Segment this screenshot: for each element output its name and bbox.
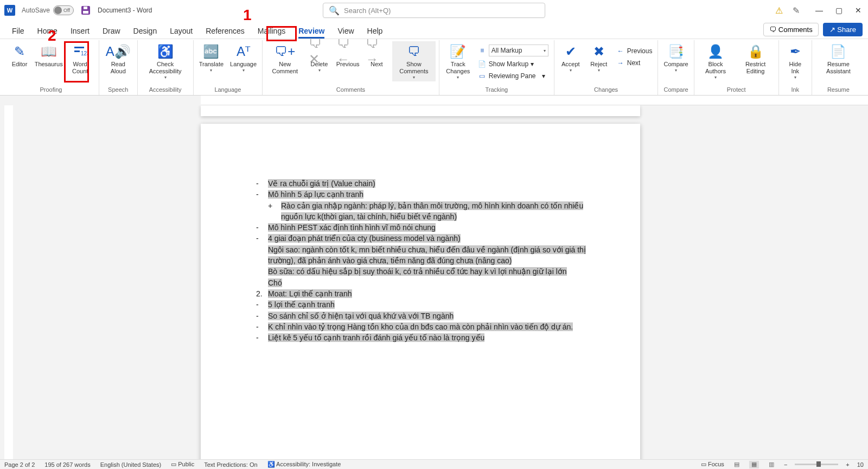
reviewing-pane-button[interactable]: ▭Reviewing Pane ▾ bbox=[476, 71, 551, 81]
previous-page-edge bbox=[201, 105, 640, 116]
zoom-out-button[interactable]: − bbox=[784, 461, 787, 468]
showmarkup-icon: 📄 bbox=[478, 60, 487, 68]
doc-line[interactable]: +Rào cản gia nhập ngành: pháp lý, bản th… bbox=[255, 200, 586, 223]
new-comment-button[interactable]: 🗨+New Comment bbox=[266, 41, 304, 76]
print-layout-button[interactable]: ▦ bbox=[749, 461, 759, 468]
group-compare: 📑Compare▾ Compare bbox=[658, 40, 694, 95]
prev-comment-icon: 🗨← bbox=[337, 42, 359, 61]
next-comment-icon: 🗨→ bbox=[366, 42, 388, 61]
restrict-editing-button[interactable]: 🔒Restrict Editing bbox=[736, 41, 775, 76]
svg-rect-4 bbox=[74, 50, 80, 52]
accept-button[interactable]: ✔Accept▾ bbox=[558, 41, 584, 74]
status-accessibility[interactable]: ♿ Accessibility: Investigate bbox=[267, 461, 341, 468]
editor-button[interactable]: ✎Editor bbox=[7, 41, 33, 69]
language-button[interactable]: AᵀLanguage▾ bbox=[228, 41, 259, 74]
doc-line[interactable]: -K chỉ nhìn vào tỷ trọng Hàng tồn kho củ… bbox=[255, 321, 586, 332]
tab-view[interactable]: View bbox=[331, 23, 360, 39]
next-comment-button[interactable]: 🗨→Next bbox=[363, 41, 390, 69]
doc-line[interactable]: -Liệt kê 5 yếu tố cạnh tranh rồi đánh gi… bbox=[255, 332, 586, 343]
group-language: 🔤Translate▾ AᵀLanguage▾ Language bbox=[194, 40, 263, 95]
tab-file[interactable]: File bbox=[5, 23, 31, 39]
web-layout-button[interactable]: ▥ bbox=[767, 461, 776, 468]
save-icon[interactable] bbox=[80, 5, 91, 16]
focus-button[interactable]: ▭ Focus bbox=[701, 461, 724, 468]
tab-help[interactable]: Help bbox=[361, 23, 390, 39]
autosave-toggle[interactable]: Off bbox=[53, 5, 74, 15]
doc-line[interactable]: 2.Moat: Lợi thế cạnh tranh bbox=[255, 288, 586, 299]
tab-draw[interactable]: Draw bbox=[96, 23, 127, 39]
minimize-button[interactable]: — bbox=[814, 6, 825, 15]
thesaurus-button[interactable]: 📖Thesaurus bbox=[35, 41, 62, 69]
group-comments: 🗨+New Comment 🗨✕Delete▾ 🗨←Previous 🗨→Nex… bbox=[263, 40, 439, 95]
translate-button[interactable]: 🔤Translate▾ bbox=[197, 41, 226, 74]
zoom-in-button[interactable]: + bbox=[846, 461, 849, 468]
warning-icon[interactable]: ⚠ bbox=[775, 5, 783, 16]
close-button[interactable]: ✕ bbox=[853, 6, 864, 15]
group-changes: ✔Accept▾ ✖Reject▾ ←Previous →Next Change… bbox=[554, 40, 659, 95]
editor-icon: ✎ bbox=[14, 42, 25, 61]
compare-icon: 📑 bbox=[668, 42, 684, 61]
status-language[interactable]: English (United States) bbox=[100, 461, 162, 468]
doc-line[interactable]: -So sánh chỉ số ở hiện tại với quá khứ v… bbox=[255, 310, 586, 321]
share-button[interactable]: ↗ Share bbox=[823, 23, 863, 36]
autosave-label: AutoSave bbox=[22, 7, 50, 14]
doc-line[interactable]: -Mô hình PEST xác định tình hình vĩ mô n… bbox=[255, 222, 586, 233]
tab-home[interactable]: Home bbox=[31, 23, 64, 39]
resume-assistant-button[interactable]: 📄Resume Assistant bbox=[815, 41, 861, 76]
zoom-value[interactable]: 10 bbox=[857, 461, 864, 468]
tab-review[interactable]: Review bbox=[292, 23, 331, 39]
block-authors-button[interactable]: 👤Block Authors▾ bbox=[698, 41, 734, 81]
ink-icon: ✒ bbox=[790, 42, 801, 61]
status-predictions[interactable]: Text Predictions: On bbox=[204, 461, 257, 468]
doc-line[interactable]: -Mô hình 5 áp lực cạnh tranh bbox=[255, 189, 586, 200]
delete-comment-button[interactable]: 🗨✕Delete▾ bbox=[307, 41, 333, 74]
doc-line[interactable]: Chó bbox=[255, 277, 586, 288]
hide-ink-button[interactable]: ✒Hide Ink▾ bbox=[782, 41, 808, 81]
svg-rect-3 bbox=[74, 47, 84, 48]
tab-mailings[interactable]: Mailings bbox=[251, 23, 292, 39]
status-public[interactable]: ▭ Public bbox=[171, 461, 194, 468]
title-bar: W AutoSave Off Document3 - Word 🔍 Search… bbox=[0, 0, 868, 21]
document-title: Document3 - Word bbox=[98, 7, 152, 14]
group-tracking: 📝Track Changes▾ ≡All Markup▾ 📄Show Marku… bbox=[439, 40, 554, 95]
ribbon-tabs: File Home Insert Draw Design Layout Refe… bbox=[0, 21, 868, 39]
doc-line[interactable]: Bò sữa: có dấu hiệu sắp bị suy thoái k, … bbox=[255, 266, 586, 277]
compare-button[interactable]: 📑Compare▾ bbox=[661, 41, 690, 74]
comments-button[interactable]: 🗨 Comments bbox=[763, 23, 818, 36]
search-input[interactable]: 🔍 Search (Alt+Q) bbox=[323, 3, 545, 18]
doc-line[interactable]: -5 lợi thế cạnh tranh bbox=[255, 299, 586, 310]
accessibility-icon: ♿ bbox=[157, 42, 174, 61]
show-markup-button[interactable]: 📄Show Markup ▾ bbox=[476, 59, 551, 69]
next-icon: → bbox=[616, 59, 625, 67]
document-area: -Vẽ ra chuỗi giá trị (Value chain)-Mô hì… bbox=[0, 105, 868, 459]
tab-layout[interactable]: Layout bbox=[163, 23, 199, 39]
group-label-comments: Comments bbox=[266, 85, 436, 94]
tab-references[interactable]: References bbox=[199, 23, 251, 39]
status-words[interactable]: 195 of 267 words bbox=[44, 461, 90, 468]
doc-line[interactable]: Ngôi sao: ngành còn tốt k, mn biết nhiều… bbox=[255, 244, 586, 267]
tab-design[interactable]: Design bbox=[127, 23, 164, 39]
read-mode-button[interactable]: ▤ bbox=[732, 461, 742, 468]
group-label-protect: Protect bbox=[698, 85, 775, 94]
markup-dropdown[interactable]: ≡All Markup▾ bbox=[476, 43, 551, 58]
maximize-button[interactable]: ▢ bbox=[833, 6, 844, 15]
prev-comment-button[interactable]: 🗨←Previous bbox=[335, 41, 361, 69]
changes-next-button[interactable]: →Next bbox=[614, 58, 655, 68]
tab-insert[interactable]: Insert bbox=[64, 23, 96, 39]
show-comments-button[interactable]: 🗨Show Comments▾ bbox=[392, 41, 436, 81]
track-changes-button[interactable]: 📝Track Changes▾ bbox=[443, 41, 474, 81]
changes-previous-button[interactable]: ←Previous bbox=[614, 46, 655, 56]
pen-icon[interactable]: ✎ bbox=[793, 5, 800, 16]
reject-button[interactable]: ✖Reject▾ bbox=[586, 41, 612, 74]
doc-line[interactable]: -4 giai đoạn phát triển của cty (busines… bbox=[255, 233, 586, 244]
doc-line[interactable]: -Vẽ ra chuỗi giá trị (Value chain) bbox=[255, 178, 586, 189]
check-accessibility-button[interactable]: ♿Check Accessibility▾ bbox=[141, 41, 190, 81]
horizontal-ruler[interactable] bbox=[0, 96, 868, 105]
wordcount-button[interactable]: 123Word Count bbox=[65, 41, 95, 76]
document-page[interactable]: -Vẽ ra chuỗi giá trị (Value chain)-Mô hì… bbox=[201, 124, 640, 459]
readaloud-button[interactable]: A🔊Read Aloud bbox=[103, 41, 134, 76]
status-page[interactable]: Page 2 of 2 bbox=[4, 461, 35, 468]
zoom-slider[interactable] bbox=[795, 464, 838, 465]
vertical-ruler[interactable] bbox=[4, 105, 13, 459]
wordcount-icon: 123 bbox=[73, 42, 87, 61]
